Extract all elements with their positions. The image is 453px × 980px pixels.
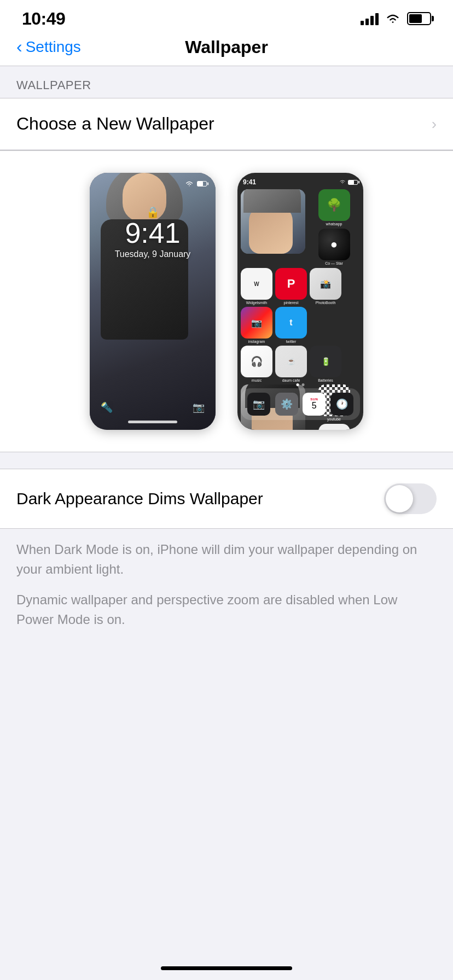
dark-appearance-section: Dark Appearance Dims Wallpaper: [0, 469, 453, 529]
description-text-1: When Dark Mode is on, iPhone will dim yo…: [16, 540, 437, 579]
lockscreen-status-bar: [185, 180, 207, 187]
lockscreen-home-indicator: [128, 421, 177, 423]
dock-settings-icon: ⚙️: [275, 393, 298, 416]
section-header: WALLPAPER: [0, 66, 453, 98]
signal-icon: [361, 12, 379, 25]
lockscreen-preview[interactable]: 🔒 9:41 Tuesday, 9 January 🔦 📷: [90, 173, 216, 430]
ls-wifi-icon: [185, 180, 194, 187]
status-time: 10:49: [22, 9, 65, 29]
lockscreen-camera-icon: 📷: [193, 401, 205, 413]
wallpaper-options-section: Choose a New Wallpaper ›: [0, 98, 453, 150]
status-icons: [361, 12, 431, 25]
homescreen-status-bar: 9:41: [243, 178, 358, 186]
home-indicator: [161, 966, 292, 970]
hs-label-photobooth: PhotoBooth: [316, 301, 336, 305]
back-button[interactable]: ‹ Settings: [16, 38, 81, 56]
ls-battery-icon: [197, 181, 207, 186]
hs-label-twitter: twitter: [286, 340, 297, 343]
page-title: Wallpaper: [185, 37, 268, 57]
description-text-2: Dynamic wallpaper and perspective zoom a…: [16, 590, 437, 629]
hs-label-instagram: instagram: [248, 340, 265, 343]
dock-calendar-icon: SUN 5: [303, 393, 326, 416]
hs-label-widgetsmith1: Widgetsmith: [246, 301, 268, 305]
hs-label-costar: Co — Star: [325, 261, 343, 265]
hs-label-batteries: Batteries: [318, 378, 333, 382]
lockscreen-date: Tuesday, 9 January: [115, 249, 191, 259]
back-label: Settings: [26, 38, 81, 56]
wifi-icon: [385, 13, 400, 25]
lockscreen-time: 9:41: [125, 217, 180, 249]
choose-wallpaper-label: Choose a New Wallpaper: [16, 114, 214, 134]
hs-app-photobooth: 📸: [310, 268, 341, 300]
dark-appearance-toggle[interactable]: [384, 483, 437, 514]
nav-bar: ‹ Settings Wallpaper: [0, 33, 453, 66]
page-dots: [297, 383, 305, 386]
toggle-knob: [386, 485, 413, 512]
choose-wallpaper-row[interactable]: Choose a New Wallpaper ›: [0, 98, 453, 150]
dark-appearance-row: Dark Appearance Dims Wallpaper: [0, 469, 453, 528]
hs-label-pinterest: pinterest: [284, 301, 299, 305]
back-chevron-icon: ‹: [16, 38, 22, 55]
hs-app-instagram: 📷: [241, 307, 272, 339]
chevron-right-icon: ›: [432, 115, 437, 133]
description-section: When Dark Mode is on, iPhone will dim yo…: [0, 529, 453, 657]
hs-label-whatsapp: whatsapp: [326, 222, 342, 226]
hs-app-music: 🎧: [241, 346, 272, 377]
hs-app-tiktok: ✳: [318, 424, 350, 430]
hs-app-widgetsmith1: W: [241, 268, 272, 300]
hs-label-daumcafe: daum cafe: [282, 378, 300, 382]
bottom-spacer: [0, 657, 453, 980]
homescreen-dock: 📷 ⚙️ SUN 5 🕐: [241, 388, 360, 420]
battery-icon: [407, 12, 431, 25]
hs-app-pinterest: P: [275, 268, 307, 300]
wallpaper-previews: 🔒 9:41 Tuesday, 9 January 🔦 📷 9:41: [0, 150, 453, 452]
hs-app-daum: ☕: [275, 346, 307, 377]
flashlight-icon: 🔦: [101, 401, 113, 413]
hs-app-batteries: 🔋: [310, 346, 341, 377]
dock-camera-icon: 📷: [247, 393, 270, 416]
status-bar: 10:49: [0, 0, 453, 33]
homescreen-preview[interactable]: 9:41: [237, 173, 363, 430]
dark-appearance-label: Dark Appearance Dims Wallpaper: [16, 489, 384, 508]
hs-app-whatsapp: 🌳: [318, 189, 350, 221]
hs-widget-person: [241, 189, 305, 254]
hs-app-costar: ●: [318, 229, 350, 260]
hs-label-music: music: [252, 378, 262, 382]
hs-app-twitter: t: [275, 307, 307, 339]
dock-clock-icon: 🕐: [330, 393, 353, 416]
